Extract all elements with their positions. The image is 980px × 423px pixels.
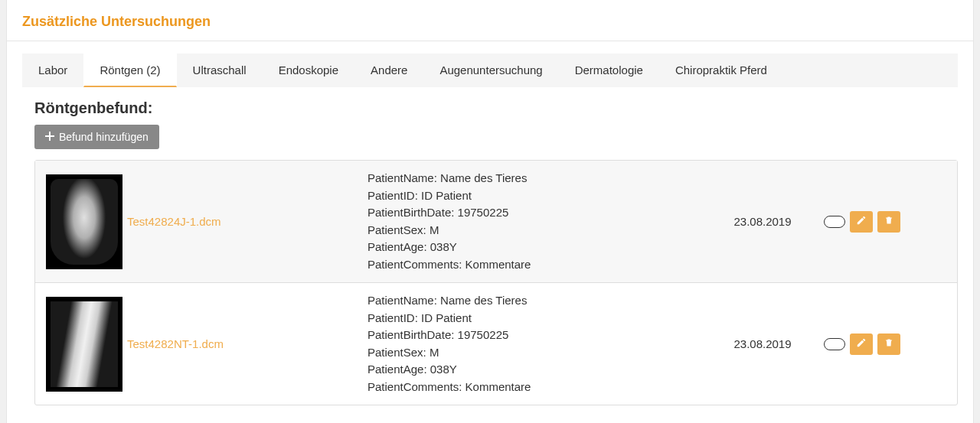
meta-value: ID Patient — [421, 311, 472, 324]
svg-rect-1 — [45, 135, 54, 137]
meta-label: PatientID: — [368, 189, 418, 202]
meta-label: PatientID: — [368, 311, 418, 324]
tab-endoskopie[interactable]: Endoskopie — [263, 54, 354, 87]
tab-roentgen[interactable]: Röntgen (2) — [83, 54, 176, 87]
thumbnail-cell: Test4282NT-1.dcm — [46, 297, 368, 392]
plus-icon — [45, 131, 54, 143]
findings-table: Test42824J-1.dcm PatientName: Name des T… — [34, 160, 958, 405]
meta-value: Name des Tieres — [440, 294, 527, 307]
meta-value: 038Y — [430, 363, 457, 376]
meta-label: PatientAge: — [368, 240, 427, 253]
section-title: Röntgenbefund: — [34, 99, 958, 117]
delete-button[interactable] — [877, 334, 900, 355]
meta-label: PatientSex: — [368, 346, 426, 359]
meta-value: Kommentare — [466, 380, 531, 393]
tab-ultraschall[interactable]: Ultraschall — [177, 54, 263, 87]
meta-label: PatientComments: — [368, 258, 462, 271]
edit-button[interactable] — [850, 211, 873, 233]
actions-cell — [824, 211, 946, 233]
xray-thumbnail[interactable] — [46, 174, 122, 269]
add-finding-label: Befund hinzufügen — [59, 131, 149, 143]
metadata-cell: PatientName: Name des Tieres PatientID: … — [368, 170, 701, 273]
meta-value: M — [430, 346, 439, 359]
meta-label: PatientSex: — [368, 223, 426, 236]
meta-value: Kommentare — [466, 258, 531, 271]
tab-labor[interactable]: Labor — [22, 54, 83, 87]
meta-value: 19750225 — [458, 328, 509, 341]
tabs-bar: Labor Röntgen (2) Ultraschall Endoskopie… — [22, 54, 958, 87]
thumbnail-cell: Test42824J-1.dcm — [46, 174, 368, 269]
meta-value: 038Y — [430, 240, 457, 253]
actions-cell — [824, 334, 946, 355]
delete-button[interactable] — [877, 211, 900, 233]
date-cell: 23.08.2019 — [701, 337, 824, 350]
tab-augenuntersuchung[interactable]: Augenuntersuchung — [423, 54, 558, 87]
xray-thumbnail[interactable] — [46, 297, 122, 392]
tab-chiropraktik[interactable]: Chiropraktik Pferd — [659, 54, 783, 87]
meta-value: Name des Tieres — [440, 171, 527, 184]
meta-value: M — [430, 223, 439, 236]
date-cell: 23.08.2019 — [701, 215, 824, 228]
meta-label: PatientName: — [368, 171, 437, 184]
toggle-pill[interactable] — [824, 216, 845, 228]
meta-value: ID Patient — [421, 189, 472, 202]
meta-label: PatientAge: — [368, 363, 427, 376]
panel-wrap: Zusätzliche Untersuchungen Labor Röntgen… — [6, 0, 974, 423]
meta-label: PatientName: — [368, 294, 437, 307]
metadata-cell: PatientName: Name des Tieres PatientID: … — [368, 292, 701, 395]
filename-link[interactable]: Test4282NT-1.dcm — [127, 337, 224, 350]
edit-icon — [856, 215, 867, 228]
table-row: Test4282NT-1.dcm PatientName: Name des T… — [35, 282, 957, 405]
filename-link[interactable]: Test42824J-1.dcm — [127, 215, 221, 228]
trash-icon — [884, 337, 893, 350]
tab-andere[interactable]: Andere — [354, 54, 423, 87]
toggle-pill[interactable] — [824, 338, 845, 350]
tab-dermatologie[interactable]: Dermatologie — [559, 54, 659, 87]
edit-icon — [856, 337, 867, 350]
content-area: Röntgenbefund: Befund hinzufügen Test428… — [34, 99, 958, 405]
add-finding-button[interactable]: Befund hinzufügen — [34, 125, 159, 149]
table-row: Test42824J-1.dcm PatientName: Name des T… — [35, 161, 957, 282]
panel-title: Zusätzliche Untersuchungen — [7, 0, 973, 41]
meta-value: 19750225 — [458, 206, 509, 219]
trash-icon — [884, 215, 893, 228]
edit-button[interactable] — [850, 334, 873, 355]
meta-label: PatientBirthDate: — [368, 328, 454, 341]
meta-label: PatientComments: — [368, 380, 462, 393]
meta-label: PatientBirthDate: — [368, 206, 454, 219]
